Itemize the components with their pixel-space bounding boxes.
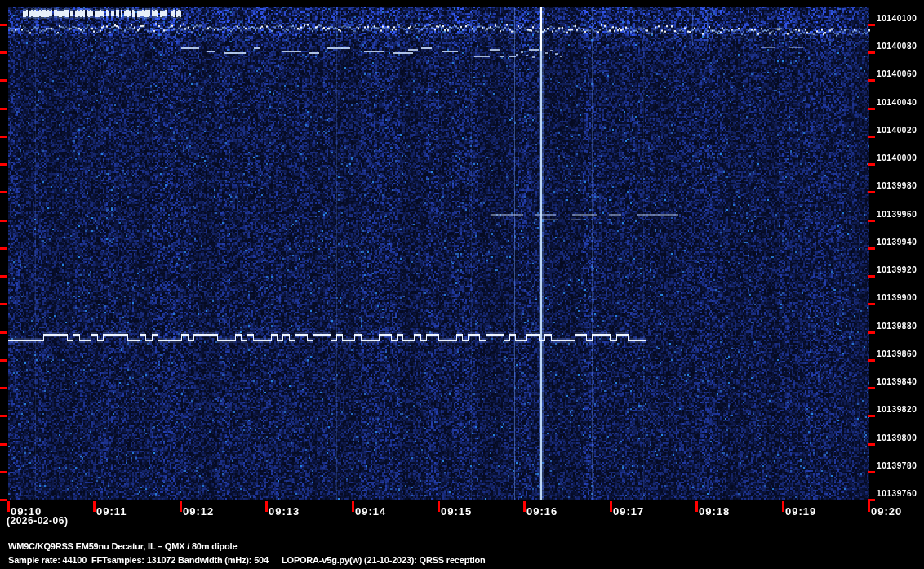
software-info: LOPORA-v5g.py(w) (21-10-2023): QRSS rece… (282, 555, 486, 565)
freq-tick-left (0, 247, 7, 250)
freq-tick-right (868, 415, 875, 417)
freq-tick-right (868, 471, 875, 473)
freq-label: 10140040 (877, 98, 917, 107)
freq-tick-left (0, 24, 7, 26)
freq-tick-left (0, 191, 7, 193)
freq-label: 10140060 (877, 69, 917, 78)
freq-label: 10139940 (877, 238, 917, 247)
qrss-grabber-window: 1014010010140080101400601014004010140020… (0, 0, 924, 569)
freq-tick-left (0, 359, 7, 362)
freq-label: 10139760 (877, 489, 917, 498)
freq-tick-right (868, 359, 875, 362)
freq-tick-right (868, 108, 875, 110)
freq-label: 10140000 (877, 153, 917, 162)
freq-tick-right (868, 275, 875, 278)
freq-tick-right (868, 51, 875, 54)
freq-tick-left (0, 303, 7, 305)
freq-tick-right (868, 247, 875, 250)
freq-tick-left (0, 443, 7, 446)
freq-tick-left (0, 387, 7, 389)
freq-tick-left (0, 471, 7, 473)
freq-tick-left (0, 136, 7, 138)
time-tick (352, 501, 354, 512)
time-label: 09:15 (441, 505, 472, 518)
freq-label: 10140020 (877, 126, 917, 135)
freq-tick-right (868, 387, 875, 389)
spectrogram-canvas (0, 0, 924, 569)
freq-tick-right (868, 443, 875, 446)
time-tick (180, 501, 182, 512)
time-tick (868, 501, 870, 512)
freq-tick-right (868, 191, 875, 193)
freq-tick-left (0, 51, 7, 54)
time-tick (438, 501, 440, 512)
freq-label: 10139860 (877, 349, 917, 358)
time-label: 09:19 (785, 505, 816, 518)
time-tick (782, 501, 784, 512)
date-label: (2026-02-06) (7, 515, 68, 527)
freq-label: 10139960 (877, 210, 917, 219)
freq-tick-right (868, 331, 875, 334)
freq-tick-left (0, 499, 7, 501)
freq-tick-right (868, 24, 875, 26)
freq-label: 10139900 (877, 293, 917, 302)
fft-samples-info: FFTsamples: 131072 (91, 555, 175, 565)
freq-tick-right (868, 303, 875, 305)
freq-label: 10139800 (877, 433, 917, 442)
freq-tick-right (868, 220, 875, 222)
freq-tick-left (0, 79, 7, 82)
time-label: 09:11 (96, 505, 127, 518)
freq-label: 10139880 (877, 322, 917, 331)
station-info: WM9C/KQ9RSS EM59nu Decatur, IL – QMX / 8… (8, 541, 237, 551)
time-tick (610, 501, 612, 512)
freq-tick-right (868, 163, 875, 166)
freq-label: 10139980 (877, 181, 917, 190)
time-label: 09:16 (526, 505, 558, 518)
time-tick (523, 501, 526, 512)
time-label: 09:17 (613, 505, 644, 518)
time-tick (93, 501, 96, 512)
freq-tick-left (0, 275, 7, 278)
time-label: 09:12 (183, 505, 214, 518)
bandwidth-info: Bandwidth (mHz): 504 (178, 555, 269, 565)
freq-tick-left (0, 220, 7, 222)
sample-rate-info: Sample rate: 44100 (8, 555, 87, 565)
freq-label: 10139780 (877, 461, 917, 470)
time-label: 09:14 (355, 505, 386, 518)
freq-tick-left (0, 108, 7, 110)
freq-tick-right (868, 136, 875, 138)
freq-label: 10139820 (877, 405, 917, 414)
time-label: 09:13 (269, 505, 300, 518)
time-tick (695, 501, 698, 512)
time-tick (7, 501, 10, 512)
time-label: 09:18 (699, 505, 730, 518)
freq-label: 10140100 (877, 14, 917, 23)
freq-label: 10139920 (877, 265, 917, 274)
time-tick (265, 501, 268, 512)
freq-tick-left (0, 331, 7, 334)
time-label: 09:20 (871, 505, 902, 518)
freq-tick-left (0, 163, 7, 166)
freq-label: 10139840 (877, 377, 917, 386)
freq-label: 10140080 (877, 42, 917, 51)
freq-tick-right (868, 79, 875, 82)
freq-tick-left (0, 415, 7, 417)
